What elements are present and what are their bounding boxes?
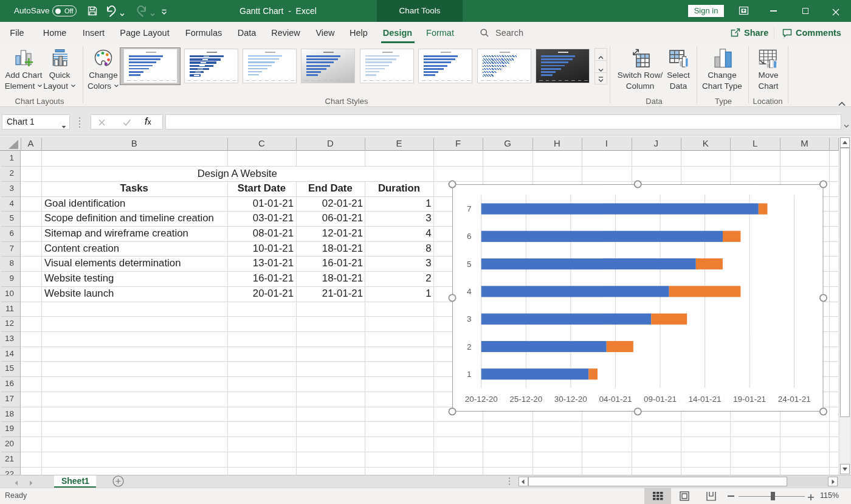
- svg-text:20-12-20: 20-12-20: [465, 395, 498, 404]
- svg-text:19-01-21: 19-01-21: [733, 395, 766, 404]
- svg-text:25-12-20: 25-12-20: [510, 395, 543, 404]
- svg-text:30-12-20: 30-12-20: [554, 395, 587, 404]
- svg-text:1: 1: [467, 370, 472, 379]
- svg-text:14-01-21: 14-01-21: [689, 395, 722, 404]
- svg-text:4: 4: [467, 287, 472, 296]
- svg-text:2: 2: [467, 342, 472, 351]
- svg-text:5: 5: [467, 260, 472, 269]
- svg-text:6: 6: [467, 232, 472, 241]
- svg-text:7: 7: [467, 204, 472, 213]
- svg-text:04-01-21: 04-01-21: [599, 395, 632, 404]
- svg-text:09-01-21: 09-01-21: [644, 395, 677, 404]
- svg-text:24-01-21: 24-01-21: [778, 395, 811, 404]
- svg-text:3: 3: [467, 314, 472, 323]
